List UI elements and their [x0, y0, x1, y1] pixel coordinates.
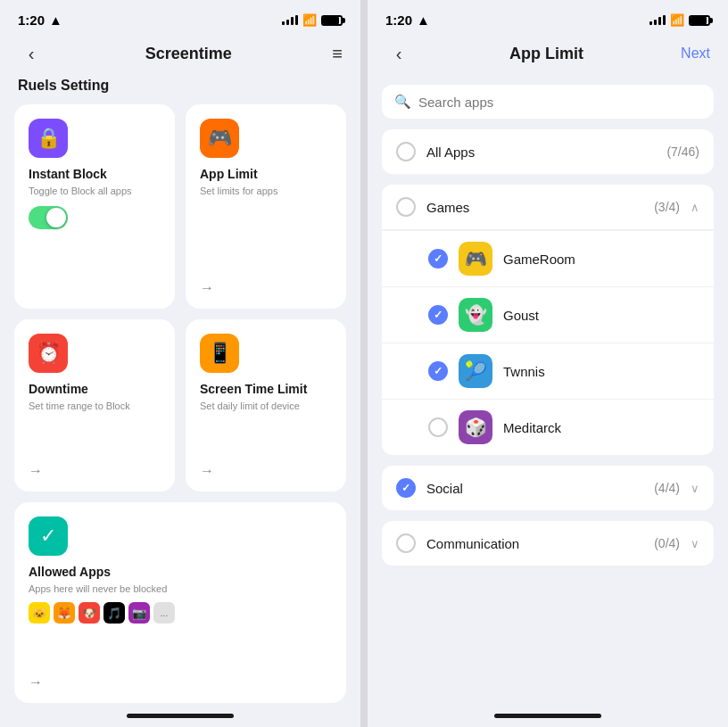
- all-apps-item[interactable]: All Apps (7/46): [382, 129, 714, 174]
- app-gameroom[interactable]: 🎮 GameRoom: [382, 230, 714, 286]
- section-title: Ruels Setting: [0, 78, 360, 104]
- instant-block-title: Instant Block: [29, 167, 161, 181]
- allowed-apps-icons: 🐱 🦊 🐶 🎵 📷 ...: [29, 602, 332, 624]
- allowed-apps-title: Allowed Apps: [29, 565, 332, 579]
- home-indicator-right: [494, 714, 601, 718]
- screen-time-limit-subtitle: Set daily limit of device: [200, 400, 332, 412]
- next-button[interactable]: Next: [681, 45, 710, 62]
- card-instant-block[interactable]: 🔒 Instant Block Toggle to Block all apps: [14, 104, 175, 309]
- screen-time-limit-arrow: →: [200, 463, 214, 479]
- time-right: 1:20: [385, 12, 412, 28]
- app-avatar-2: 🦊: [54, 602, 75, 624]
- status-left: 1:20 ▲: [18, 12, 62, 28]
- nav-header-right: ‹ App Limit Next: [368, 33, 728, 78]
- goust-icon: 👻: [459, 298, 492, 332]
- games-count: (3/4): [654, 200, 680, 214]
- battery-fill-right: [691, 17, 707, 24]
- bar2: [286, 20, 289, 25]
- app-avatar-more: ...: [153, 602, 175, 624]
- status-bar-left: 1:20 ▲ 📶: [0, 0, 360, 33]
- twnnis-radio[interactable]: [428, 361, 448, 381]
- category-social[interactable]: Social (4/4) ∨: [382, 466, 714, 510]
- page-title-right: App Limit: [509, 45, 583, 63]
- communication-radio[interactable]: [396, 533, 416, 553]
- gameroom-icon: 🎮: [459, 242, 492, 276]
- allowed-apps-subtitle: Apps here will never be blocked: [29, 582, 332, 595]
- app-meditarck[interactable]: 🎲 Meditarck: [382, 399, 714, 455]
- allowed-apps-arrow: →: [29, 674, 43, 690]
- category-communication[interactable]: Communication (0/4) ∨: [382, 521, 714, 566]
- home-indicator-left: [127, 714, 234, 718]
- social-label: Social: [426, 481, 643, 496]
- app-twnnis[interactable]: 🎾 Twnnis: [382, 343, 714, 399]
- menu-button[interactable]: ≡: [332, 44, 343, 64]
- gameroom-label: GameRoom: [503, 252, 699, 267]
- page-title-left: Screentime: [145, 45, 232, 63]
- app-avatar-3: 🐶: [79, 602, 100, 624]
- instant-block-icon: 🔒: [29, 119, 68, 158]
- social-count: (4/4): [654, 481, 680, 495]
- games-chevron: ∧: [691, 201, 699, 214]
- app-limit-arrow: →: [200, 280, 214, 296]
- communication-count: (0/4): [654, 536, 680, 550]
- downtime-title: Downtime: [29, 382, 161, 396]
- bar4: [295, 15, 298, 25]
- games-radio[interactable]: [396, 197, 416, 217]
- communication-chevron: ∨: [691, 537, 699, 550]
- meditarck-radio[interactable]: [428, 417, 448, 437]
- left-panel: 1:20 ▲ 📶 ‹ Screentime ≡ Ruels Setting 🔒: [0, 0, 360, 727]
- signal-bars-right: [649, 15, 666, 25]
- status-left-right: 1:20 ▲: [385, 12, 430, 28]
- toggle-knob: [46, 208, 66, 227]
- app-list: All Apps (7/46) Games (3/4) ∧ 🎮 GameRoom…: [368, 129, 728, 703]
- cards-grid: 🔒 Instant Block Toggle to Block all apps…: [0, 104, 360, 703]
- back-button-right[interactable]: ‹: [385, 40, 412, 67]
- location-icon-right: ▲: [417, 12, 430, 28]
- meditarck-icon: 🎲: [459, 410, 492, 444]
- all-apps-label: All Apps: [426, 145, 656, 160]
- downtime-subtitle: Set time range to Block: [29, 400, 161, 412]
- search-icon: 🔍: [394, 94, 411, 110]
- battery-icon-left: [321, 15, 343, 26]
- bar3: [291, 17, 294, 25]
- panel-divider: [360, 0, 368, 727]
- status-right: 📶: [282, 13, 343, 27]
- app-limit-subtitle: Set limits for apps: [200, 185, 332, 197]
- category-games[interactable]: Games (3/4) ∧: [382, 185, 714, 229]
- search-input[interactable]: [418, 95, 701, 110]
- app-goust[interactable]: 👻 Goust: [382, 286, 714, 343]
- twnnis-icon: 🎾: [459, 354, 492, 388]
- gameroom-radio[interactable]: [428, 249, 448, 268]
- downtime-arrow: →: [29, 463, 43, 479]
- card-downtime[interactable]: ⏰ Downtime Set time range to Block →: [14, 319, 175, 492]
- battery-icon-right: [689, 15, 710, 26]
- back-button-left[interactable]: ‹: [18, 40, 45, 67]
- search-bar: 🔍: [382, 85, 714, 119]
- all-apps-count: (7/46): [666, 145, 699, 159]
- card-app-limit[interactable]: 🎮 App Limit Set limits for apps →: [186, 104, 346, 309]
- card-screen-time-limit[interactable]: 📱 Screen Time Limit Set daily limit of d…: [186, 319, 346, 492]
- screen-time-limit-title: Screen Time Limit: [200, 382, 332, 396]
- twnnis-label: Twnnis: [503, 364, 699, 379]
- right-panel: 1:20 ▲ 📶 ‹ App Limit Next 🔍: [368, 0, 728, 727]
- signal-bars-left: [282, 15, 298, 25]
- app-limit-icon: 🎮: [200, 119, 239, 158]
- goust-radio[interactable]: [428, 305, 448, 325]
- card-allowed-apps[interactable]: ✓ Allowed Apps Apps here will never be b…: [14, 502, 346, 703]
- meditarck-label: Meditarck: [503, 420, 699, 435]
- social-radio[interactable]: [396, 478, 416, 498]
- app-avatar-1: 🐱: [29, 602, 50, 624]
- bar1: [282, 21, 285, 25]
- nav-header-left: ‹ Screentime ≡: [0, 33, 360, 78]
- location-icon-left: ▲: [49, 12, 62, 28]
- app-avatar-4: 🎵: [103, 602, 125, 624]
- downtime-icon: ⏰: [29, 334, 68, 373]
- goust-label: Goust: [503, 308, 699, 323]
- communication-label: Communication: [426, 536, 643, 551]
- all-apps-radio[interactable]: [396, 142, 416, 161]
- wifi-icon-left: 📶: [302, 13, 317, 27]
- battery-fill-left: [323, 17, 339, 24]
- status-right-right: 📶: [649, 13, 710, 27]
- instant-block-toggle[interactable]: [29, 206, 68, 229]
- time-left: 1:20: [18, 12, 45, 28]
